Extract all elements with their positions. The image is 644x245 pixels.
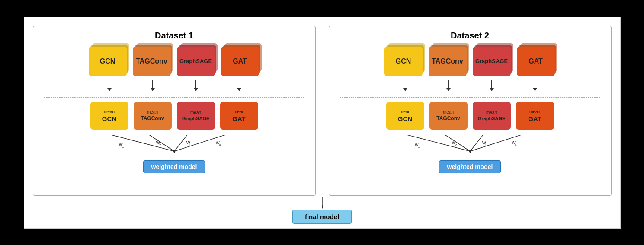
dataset1-inner: GCN TAGConv — [38, 47, 311, 173]
dataset1-arrow-graphsage-head — [194, 88, 198, 91]
dataset2-mean-gat-name: GAT — [528, 115, 541, 122]
dataset2-arrows-top — [386, 80, 554, 91]
dataset1-arrow-gcn-line — [109, 80, 110, 88]
dataset2-gat-cardstack: GAT — [517, 47, 556, 77]
dataset1-mean-gat-label: mean — [234, 109, 244, 114]
dataset2-arrow-gat-head — [533, 88, 537, 91]
dataset1-arrow-tagconv-head — [151, 88, 155, 91]
dataset1-mean-graphsage: mean GraphSAGE — [177, 102, 215, 130]
dataset2-mean-graphsage-name: GraphSAGE — [478, 116, 506, 121]
dataset2-gcn-front: GCN — [384, 47, 423, 76]
dataset2-arrow-gcn-head — [403, 88, 407, 91]
dataset2-mean-gcn: mean GCN — [386, 102, 424, 130]
dataset1-arrow-tagconv — [134, 80, 172, 91]
dataset2-graphsage-stack: GraphSAGE — [473, 47, 512, 77]
svg-marker-27 — [322, 205, 323, 209]
dataset2-weighted-box: weighted model — [439, 160, 501, 173]
final-model-box: final model — [292, 210, 352, 224]
dataset2-gcn-cardstack: GCN — [384, 47, 423, 77]
dataset2-models-row: GCN TAGConv Grap — [384, 47, 556, 77]
dataset2-graphsage-cardstack: GraphSAGE — [473, 47, 512, 77]
svg-line-1 — [149, 135, 174, 151]
dataset1-tagconv-stack: TAGConv — [133, 47, 172, 77]
dataset1-arrows-top — [90, 80, 258, 91]
dataset1-gat-stack: GAT — [221, 47, 260, 77]
dataset2-arrow-gat — [516, 80, 554, 91]
dataset1-arrow-graphsage-line — [195, 80, 196, 88]
dataset2-arrow-tagconv — [429, 80, 468, 91]
svg-text:2: 2 — [455, 143, 457, 147]
svg-text:2: 2 — [159, 143, 161, 147]
dataset2-arrow-graphsage-line — [491, 80, 492, 88]
dataset1-weights-svg: w 1 w 2 w 3 w 4 — [92, 135, 256, 159]
svg-marker-17 — [468, 150, 472, 153]
dataset2-mean-tagconv: mean TAGConv — [429, 102, 468, 130]
dataset2-arrow-graphsage-head — [490, 88, 494, 91]
datasets-row: Dataset 1 GCN — [33, 26, 612, 196]
dataset2-arrow-gcn — [386, 80, 424, 91]
dataset2-mean-gat-label: mean — [529, 109, 540, 114]
dataset1-mean-gat-name: GAT — [232, 115, 246, 122]
dataset1-gcn-front: GCN — [89, 47, 127, 76]
dataset2-panel: Dataset 2 GCN T — [329, 26, 612, 196]
dataset2-gat-stack: GAT — [517, 47, 556, 77]
dataset2-arrow-tagconv-line — [448, 80, 449, 88]
svg-text:1: 1 — [122, 145, 124, 149]
dataset2-arrow-gat-line — [535, 80, 535, 88]
dataset1-arrow-gat-line — [239, 80, 240, 88]
dataset2-graphsage-front: GraphSAGE — [473, 47, 511, 76]
dataset2-arrow-graphsage — [473, 80, 511, 91]
dataset1-mean-tagconv-name: TAGConv — [141, 115, 164, 121]
svg-text:4: 4 — [515, 143, 517, 147]
dataset2-tagconv-front: TAGConv — [429, 47, 467, 76]
dataset2-arrow-gcn-line — [405, 80, 406, 88]
dataset1-mean-graphsage-label: mean — [190, 110, 201, 115]
dataset1-mean-gcn: mean GCN — [90, 102, 128, 130]
dataset1-divider — [44, 97, 304, 98]
dataset2-weights-svg: w 1 w 2 w 3 w 4 — [388, 135, 552, 159]
dataset1-mean-gcn-name: GCN — [102, 115, 116, 122]
outer-container: Dataset 1 GCN — [24, 17, 621, 229]
dataset1-tagconv-front: TAGConv — [133, 47, 171, 76]
dataset1-weights-section: w 1 w 2 w 3 w 4 weighted model — [38, 135, 311, 173]
dataset2-arrow-tagconv-head — [446, 88, 451, 91]
dataset1-title: Dataset 1 — [155, 31, 193, 41]
dataset2-mean-gcn-label: mean — [400, 109, 410, 114]
dataset1-graphsage-front: GraphSAGE — [177, 47, 215, 76]
dataset1-arrow-gcn — [90, 80, 128, 91]
final-arrow-line-svg — [322, 197, 323, 210]
dataset2-mean-tagconv-label: mean — [443, 110, 454, 115]
svg-text:3: 3 — [485, 143, 487, 147]
dataset2-mean-gat: mean GAT — [516, 102, 554, 130]
dataset1-gcn-stack: GCN — [89, 47, 128, 77]
svg-marker-4 — [173, 150, 176, 153]
final-section: final model — [292, 197, 352, 224]
dataset1-graphsage-stack: GraphSAGE — [177, 47, 216, 77]
dataset2-mean-row: mean GCN mean TAGConv mean GraphSAGE mea… — [386, 102, 554, 130]
dataset1-mean-gcn-label: mean — [104, 109, 115, 114]
dataset2-mean-graphsage-label: mean — [486, 110, 497, 115]
dataset1-mean-row: mean GCN mean TAGConv mean GraphSAGE mea… — [90, 102, 258, 130]
svg-text:4: 4 — [219, 143, 221, 147]
dataset1-arrow-gat — [220, 80, 258, 91]
dataset1-arrow-gcn-head — [107, 88, 112, 91]
dataset1-mean-tagconv: mean TAGConv — [134, 102, 172, 130]
dataset1-gat-front: GAT — [221, 47, 259, 76]
svg-line-2 — [174, 135, 187, 151]
dataset2-inner: GCN TAGConv Grap — [333, 47, 607, 173]
dataset1-arrow-tagconv-line — [152, 80, 153, 88]
dataset2-weights-section: w 1 w 2 w 3 w 4 weighted model — [333, 135, 607, 173]
svg-text:1: 1 — [418, 145, 420, 149]
dataset1-mean-gat: mean GAT — [220, 102, 258, 130]
dataset1-graphsage-cardstack: GraphSAGE — [177, 47, 216, 77]
dataset1-panel: Dataset 1 GCN — [33, 26, 316, 196]
dataset1-tagconv-cardstack: TAGConv — [133, 47, 172, 77]
dataset2-gcn-stack: GCN — [384, 47, 423, 77]
svg-text:3: 3 — [189, 143, 192, 147]
dataset1-weighted-box: weighted model — [143, 160, 205, 173]
dataset1-mean-graphsage-name: GraphSAGE — [182, 116, 210, 121]
dataset1-gat-cardstack: GAT — [221, 47, 260, 77]
dataset2-mean-gcn-name: GCN — [398, 115, 412, 122]
dataset2-gat-front: GAT — [517, 47, 555, 76]
dataset2-tagconv-cardstack: TAGConv — [429, 47, 468, 77]
